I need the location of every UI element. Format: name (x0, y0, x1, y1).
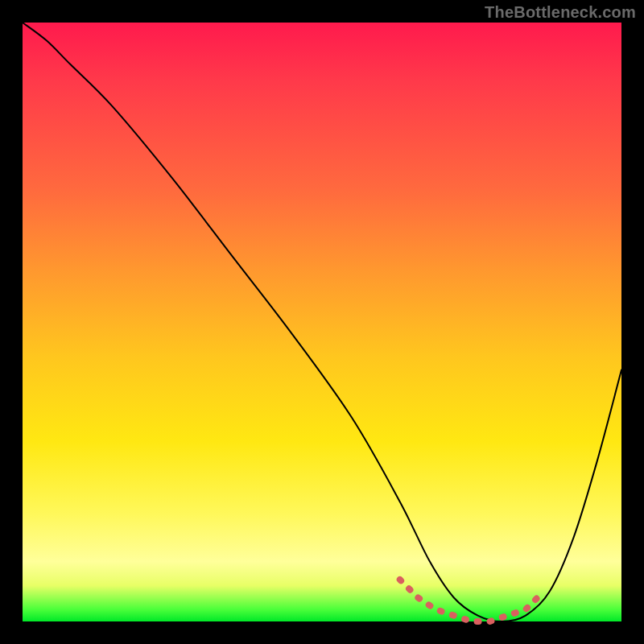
optimal-range-markers (400, 580, 538, 621)
chart-frame: TheBottleneck.com (0, 0, 644, 644)
plot-area (23, 23, 621, 621)
watermark-text: TheBottleneck.com (485, 3, 636, 22)
curve-svg (23, 23, 621, 621)
bottleneck-curve (23, 23, 621, 621)
